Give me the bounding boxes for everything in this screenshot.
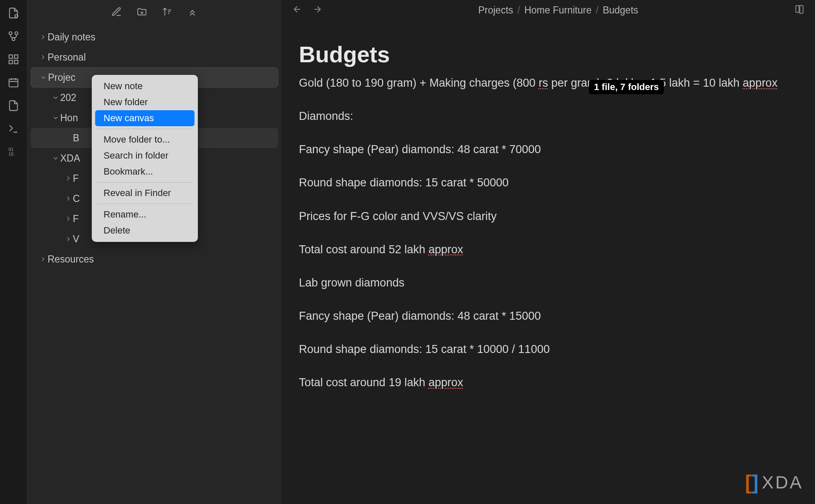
svg-text:10: 10 [8,151,13,157]
svg-point-0 [15,15,18,18]
chevron-down-icon[interactable] [51,114,60,122]
chevron-right-icon[interactable] [64,175,73,182]
chevron-right-icon[interactable] [64,215,73,223]
binary-icon[interactable]: 0110 [7,146,20,158]
tree-item-label: F [73,173,79,184]
svg-rect-6 [9,60,13,64]
tree-item-label: 202 [60,92,76,103]
note-paragraph[interactable]: Prices for F-G color and VVS/VS clarity [299,208,798,225]
nav-back-icon[interactable] [292,4,302,16]
svg-point-1 [9,32,12,35]
tree-item-label: Personal [48,52,86,63]
tree-item-label: XDA [60,153,80,164]
breadcrumb-sep: / [517,5,520,16]
note-paragraph[interactable]: Lab grown diamonds [299,275,798,291]
tree-item-label: B [73,133,79,144]
nav-forward-icon[interactable] [312,4,322,16]
chevron-down-icon[interactable] [51,154,60,162]
main-header: Projects / Home Furniture / Budgets [282,0,815,20]
breadcrumb-part[interactable]: Home Furniture [524,5,591,16]
folder-info-tooltip: 1 file, 7 folders [589,80,664,94]
note-content: Budgets Gold (180 to 190 gram) + Making … [282,20,815,408]
main-area: Projects / Home Furniture / Budgets Budg… [282,0,815,504]
menu-separator [97,129,193,129]
svg-text:01: 01 [8,147,13,152]
git-icon[interactable] [7,30,20,42]
chevron-right-icon[interactable] [64,235,73,243]
note-title[interactable]: Budgets [299,41,798,67]
new-folder-icon[interactable] [136,6,148,18]
note-body[interactable]: Gold (180 to 190 gram) + Making charges … [299,75,798,391]
tree-item[interactable]: Resources [31,249,278,269]
menu-item[interactable]: Bookmark... [95,164,194,180]
breadcrumb-part[interactable]: Budgets [603,5,638,16]
tree-item-label: Daily notes [48,32,96,43]
calendar-icon[interactable] [7,76,20,89]
menu-item[interactable]: New folder [95,94,194,110]
note-paragraph[interactable]: Round shape diamonds: 15 carat * 50000 [299,175,798,191]
menu-separator [97,182,193,183]
menu-item[interactable]: Search in folder [95,148,194,164]
menu-item[interactable]: Delete [95,223,194,239]
chevron-right-icon[interactable] [64,195,73,202]
svg-rect-7 [14,60,18,64]
sort-icon[interactable] [161,6,173,18]
left-rail: 0110 [0,0,27,504]
menu-item[interactable]: New canvas [95,110,194,126]
chevron-right-icon[interactable] [38,33,48,41]
breadcrumb-sep: / [596,5,598,16]
context-menu: New noteNew folderNew canvasMove folder … [92,75,198,242]
tree-item[interactable]: Daily notes [31,27,278,47]
menu-separator [97,204,193,204]
note-paragraph[interactable]: Fancy shape (Pear) diamonds: 48 carat * … [299,308,798,324]
xda-watermark: [] XDA [745,471,803,494]
menu-item[interactable]: Reveal in Finder [95,185,194,201]
document-icon[interactable] [7,99,20,112]
svg-point-3 [12,38,15,41]
menu-item[interactable]: Rename... [95,207,194,223]
note-paragraph[interactable]: Diamonds: [299,108,798,125]
svg-rect-4 [9,55,13,58]
note-paragraph[interactable]: Gold (180 to 190 gram) + Making charges … [299,75,798,91]
chevron-right-icon[interactable] [38,255,48,263]
grid-icon[interactable] [7,53,20,66]
chevron-down-icon[interactable] [39,74,48,81]
svg-rect-8 [9,79,18,87]
new-note-icon[interactable] [111,6,123,18]
tree-item-label: V [73,233,79,245]
note-paragraph[interactable]: Total cost around 52 lakh approx [299,241,798,258]
menu-item[interactable]: Move folder to... [95,132,194,148]
tree-item[interactable]: Personal [31,47,278,67]
note-paragraph[interactable]: Round shape diamonds: 15 carat * 10000 /… [299,341,798,358]
file-icon[interactable] [7,7,20,19]
note-paragraph[interactable]: Fancy shape (Pear) diamonds: 48 carat * … [299,141,798,158]
breadcrumb-part[interactable]: Projects [478,5,513,16]
chevron-down-icon[interactable] [51,94,60,101]
sidebar-toolbar [27,0,282,24]
tree-item-label: Resources [48,254,94,265]
menu-item[interactable]: New note [95,78,194,94]
chevron-right-icon[interactable] [38,53,48,61]
breadcrumb: Projects / Home Furniture / Budgets [322,5,794,16]
tree-item-label: F [73,213,79,225]
collapse-icon[interactable] [186,6,198,18]
tree-item-label: Hon [60,112,78,124]
tree-item-label: C [73,193,80,204]
tree-item-label: Projec [48,72,75,83]
svg-rect-5 [14,55,18,58]
reading-view-icon[interactable] [794,4,805,16]
terminal-icon[interactable] [7,122,20,135]
svg-point-2 [15,32,18,35]
note-paragraph[interactable]: Total cost around 19 lakh approx [299,374,798,391]
